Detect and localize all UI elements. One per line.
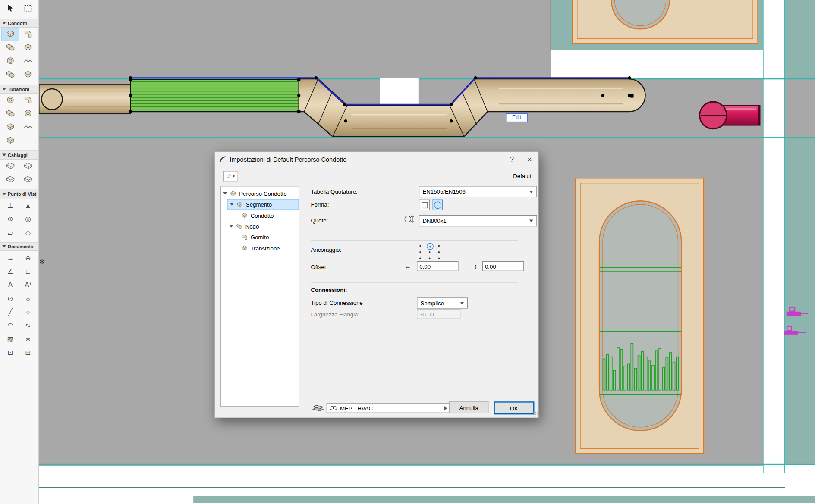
- circle-tool[interactable]: ○: [19, 305, 37, 318]
- toolbar-section-tubazioni[interactable]: Tubazioni: [0, 85, 38, 93]
- tabella-quotature-dropdown[interactable]: EN1505/EN1506: [419, 186, 537, 197]
- select-tool[interactable]: [2, 2, 19, 16]
- dialog-title: Impostazioni di Default Percorso Condott…: [230, 156, 346, 163]
- pipe-terminal-tool[interactable]: [2, 134, 19, 147]
- duct-transition-tool[interactable]: [19, 41, 37, 54]
- tree-item-transizione[interactable]: Transizione: [221, 243, 299, 254]
- tipo-connessione-value: Semplice: [421, 300, 444, 306]
- duct-size-icon: [403, 214, 416, 224]
- default-label: Default: [513, 173, 531, 179]
- close-button[interactable]: ×: [521, 152, 538, 166]
- pipe-bend-tool-icon: [23, 95, 33, 106]
- pipe-transition-tool[interactable]: [19, 107, 37, 120]
- toolbar-section-documento[interactable]: Documento: [0, 242, 38, 250]
- favorites-button[interactable]: ☆: [223, 171, 238, 181]
- anchor-selected[interactable]: [427, 243, 434, 250]
- pipe-transition-tool-icon: [23, 108, 33, 119]
- duct-takeoff-tool[interactable]: [2, 54, 19, 68]
- text-tool[interactable]: A: [2, 278, 19, 291]
- figure-tool[interactable]: ⊡: [2, 345, 19, 359]
- chevron-down-icon: [2, 245, 6, 248]
- marquee-tool-icon: [23, 3, 33, 14]
- offset-y-input[interactable]: [482, 261, 524, 271]
- tree-item-nodo[interactable]: Nodo: [221, 221, 299, 232]
- eye-icon: [330, 405, 337, 410]
- label-tool[interactable]: A¹: [19, 278, 37, 291]
- worksheet-marker-tool-icon: ▱: [8, 228, 13, 236]
- duct-fitting-tool[interactable]: [19, 68, 37, 81]
- drawing-tool-icon: ⊞: [25, 348, 31, 356]
- tree-item-segmento[interactable]: Segmento: [227, 199, 299, 210]
- cancel-button[interactable]: Annulla: [449, 401, 489, 413]
- cable-tray-riser-tool[interactable]: [19, 173, 37, 186]
- tree-item-label: Percorso Condotto: [239, 191, 286, 197]
- arc-tool[interactable]: ◠: [2, 318, 19, 332]
- quote-dropdown[interactable]: DN800x1: [419, 215, 537, 227]
- drawing-tool[interactable]: ⊞: [19, 345, 37, 359]
- edit-field[interactable]: Edit: [506, 113, 528, 122]
- pipe-segment-tool[interactable]: [2, 94, 19, 107]
- pipe-tee-tool[interactable]: [2, 107, 19, 120]
- ok-button[interactable]: OK: [494, 401, 534, 414]
- tree-item-condotto[interactable]: Condotto: [221, 210, 299, 221]
- interior-elevation-tool[interactable]: ◇: [19, 225, 37, 239]
- angle-dimension-tool[interactable]: ∠: [2, 264, 19, 278]
- pattern-tool[interactable]: ∗: [19, 332, 37, 345]
- chevron-down-icon: [230, 203, 234, 206]
- duct-segment-tool[interactable]: [2, 28, 19, 41]
- toolbar-section-condotti[interactable]: Condotti: [0, 19, 38, 27]
- duct-bend-tool[interactable]: [19, 28, 37, 41]
- shape-rect-button[interactable]: [419, 200, 430, 210]
- duct-segment-tool-icon: [6, 29, 15, 40]
- duct-tee-tool[interactable]: [2, 41, 19, 54]
- marquee-tool[interactable]: [19, 2, 37, 16]
- tree-item-percorso-condotto[interactable]: Percorso Condotto: [221, 188, 299, 199]
- section-marker-tool[interactable]: ▲: [19, 198, 37, 212]
- figure-tool-icon: ⊡: [8, 348, 13, 356]
- help-button[interactable]: ?: [503, 152, 521, 166]
- books: [603, 343, 678, 390]
- rect-shape-icon: [421, 202, 427, 208]
- dialog-titlebar[interactable]: Impostazioni di Default Percorso Condott…: [215, 152, 538, 167]
- pipe-valve-tool[interactable]: [2, 120, 19, 134]
- spline-tool[interactable]: ∿: [19, 318, 37, 332]
- quote-value: DN800x1: [422, 218, 446, 224]
- text-tool-icon: A: [8, 281, 13, 288]
- tree-item-gomito[interactable]: Gomito: [221, 232, 299, 242]
- pipe-flex-tool[interactable]: [19, 120, 37, 134]
- chevron-down-icon: [2, 193, 6, 195]
- tipo-connessione-select[interactable]: Semplice: [417, 297, 468, 308]
- detail-marker-tool[interactable]: ⊕: [2, 212, 19, 225]
- condotti-tools: [0, 28, 38, 81]
- elevation-marker-tool[interactable]: ⊥: [2, 198, 19, 212]
- duct-terminal-tool[interactable]: [2, 68, 19, 81]
- line-tool-icon: ╱: [8, 308, 12, 316]
- toolbar-section-punto-di-vista[interactable]: Punto di Vist: [0, 190, 38, 198]
- worksheet-marker-tool[interactable]: ▱: [2, 225, 19, 239]
- cable-tray-bend-tool[interactable]: [19, 160, 37, 173]
- layer-value: MEP - HVAC: [340, 405, 373, 411]
- toolbar-section-cablaggi[interactable]: Cablaggi: [0, 150, 38, 159]
- pipe-bend-tool[interactable]: [19, 94, 37, 107]
- level-dimension-tool[interactable]: ⊕: [19, 251, 37, 264]
- section-label-condotti: Condotti: [8, 21, 27, 26]
- cable-tray-riser-tool-icon: [23, 174, 33, 185]
- pink-pipe: [700, 102, 760, 129]
- cable-tray-tee-tool[interactable]: [2, 173, 19, 186]
- camera-tool[interactable]: ◎: [19, 212, 37, 225]
- anchor-selector[interactable]: [417, 243, 443, 261]
- line-tool[interactable]: ╱: [2, 305, 19, 318]
- fill-tool[interactable]: ▨: [2, 332, 19, 345]
- offset-x-input[interactable]: [417, 261, 458, 271]
- linear-dimension-tool[interactable]: ↔: [2, 251, 19, 264]
- radial-dimension-tool[interactable]: ∟: [19, 264, 37, 278]
- hotspot-tool[interactable]: ☼: [19, 291, 37, 305]
- resize-grip[interactable]: [532, 411, 538, 416]
- cable-tray-segment-tool[interactable]: [2, 160, 19, 173]
- chevron-down-icon: [223, 192, 227, 195]
- duct-flex-tool[interactable]: [19, 54, 37, 68]
- chevron-down-icon: [229, 225, 233, 228]
- spot-level-tool[interactable]: ⊙: [2, 291, 19, 305]
- layer-combo[interactable]: MEP - HVAC: [327, 403, 450, 413]
- shape-circle-button[interactable]: [432, 200, 443, 210]
